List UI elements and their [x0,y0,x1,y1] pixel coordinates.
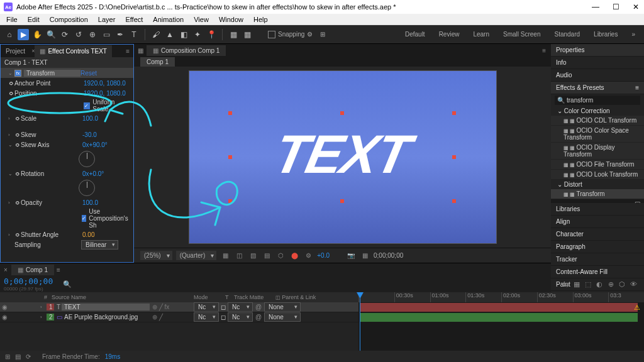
flowchart-crumb[interactable]: Comp 1 [140,57,175,67]
exposure-value[interactable]: +0.0 [317,252,330,259]
matte-dd[interactable]: Nc [228,302,253,312]
comp-menu-icon[interactable]: ≡ [537,47,551,54]
fx-toggle[interactable]: fx [14,70,21,77]
layer-name[interactable]: AE Purple Background.jpg [62,314,150,321]
workspace-smallscreen[interactable]: Small Screen [498,28,545,40]
tab-project[interactable]: Project [1,45,30,57]
brush-tool[interactable]: 🖌 [150,29,162,40]
skewaxis-dial[interactable] [79,151,95,167]
playhead[interactable] [360,292,360,351]
viewer-time[interactable]: 0;00;00;00 [374,252,403,259]
uniform-checkbox[interactable]: ✓ [84,102,91,109]
ep-item-transform[interactable]: ▦ ▦ Transform [551,189,644,199]
parent-dd[interactable]: None [264,312,301,322]
rotate-tool[interactable]: ↺ [73,29,84,40]
orbit-tool[interactable]: ⟳ [59,29,70,40]
tl-icon[interactable]: ⇆ [561,280,570,288]
handle[interactable] [452,111,456,115]
tl-lock-icon[interactable]: × [4,266,11,273]
handle[interactable] [452,199,456,203]
layer-bar[interactable] [360,313,638,322]
effect-name[interactable]: Transform [24,70,80,77]
handle[interactable] [340,111,344,115]
workspace-learn[interactable]: Learn [468,28,494,40]
menu-file[interactable]: File [3,14,21,25]
ep-cat-distort[interactable]: ⌄ Distort [551,180,644,189]
workspace-more-icon[interactable]: » [626,28,640,40]
pickwhip-icon[interactable]: @ [253,304,264,310]
tl-track-area[interactable]: 00:30s01:00s01:30s02:00s02:30s03:00s03:3… [358,292,644,351]
col-matte[interactable]: Track Matte [231,294,273,300]
panel-properties[interactable]: Properties [551,44,644,57]
ep-item[interactable]: ▦ ▦ OCIO Look Transform [551,170,644,180]
handle[interactable] [340,199,344,203]
panel-libraries[interactable]: Libraries [551,203,644,216]
vf-snapshot-icon[interactable]: 📷 [346,251,356,261]
snapping-extra-icon[interactable]: ⊞ [320,31,325,38]
val-skew[interactable]: -30.0 [82,131,97,138]
visibility-icon[interactable]: ◉ [0,304,9,310]
vf-show-icon[interactable]: ▦ [360,251,370,261]
tl-icon[interactable]: ⊕ [606,280,615,288]
layer-name[interactable]: TEXT [62,304,150,310]
vf-trans-icon[interactable]: ▤ [262,251,272,261]
ep-item[interactable]: ▦ ▦ OCIO Color Space Transform [551,126,644,143]
pen-tool[interactable]: ✒ [114,29,126,40]
reset-link[interactable]: Reset [80,70,97,77]
vf-mask-icon[interactable]: ◫ [234,251,244,261]
anchor-tool[interactable]: ⊕ [87,29,98,40]
vf-grid-icon[interactable]: ▦ [220,251,230,261]
menu-composition[interactable]: Composition [46,14,92,25]
panel-character[interactable]: Character [551,228,644,241]
tl-icon[interactable]: ◐ [595,280,604,288]
tab-composition[interactable]: ▦Composition Comp 1 [147,45,226,56]
vf-channel-icon[interactable]: ▧ [248,251,258,261]
parent-dd[interactable]: None [264,302,301,312]
tl-layer-row[interactable]: ◉ › 2 ▭ AE Purple Background.jpg ⊕ ╱ Nc … [0,312,358,322]
type-tool[interactable]: T [128,29,140,40]
mode-dd[interactable]: Nc [194,302,219,312]
menu-edit[interactable]: Edit [24,14,43,25]
menu-layer[interactable]: Layer [94,14,119,25]
handle[interactable] [228,155,232,159]
zoom-dropdown[interactable]: (25%) [140,251,172,260]
zoom-tool[interactable]: 🔍 [45,29,57,40]
handle[interactable] [228,199,232,203]
val-opacity[interactable]: 100.0 [82,199,98,206]
menu-view[interactable]: View [190,14,213,25]
roto-tool[interactable]: ✦ [192,29,203,40]
tl-icon[interactable]: ⬡ [618,280,626,288]
hand-tool[interactable]: ✋ [31,29,43,40]
home-tool[interactable]: ⌂ [4,29,15,40]
puppet-tool[interactable]: 📍 [206,29,217,40]
menu-animation[interactable]: Animation [149,14,187,25]
tl-icon[interactable]: ⬚ [584,280,592,288]
workspace-review[interactable]: Review [434,28,465,40]
vf-color-icon[interactable]: ⬤ [289,251,299,261]
res-dropdown[interactable]: (Quarter) [176,251,217,260]
panel-menu-icon[interactable]: ≡ [122,48,133,55]
val-shutter[interactable]: 0.00 [82,231,94,238]
snapping-checkbox[interactable] [268,31,275,38]
val-skewaxis[interactable]: 0x+90.0° [82,141,108,148]
ep-cat-cc[interactable]: ⌄ Color Correction [551,106,644,116]
menu-effect[interactable]: Effect [121,14,147,25]
workspace-libraries[interactable]: Libraries [589,28,623,40]
tl-foot-icon[interactable]: ⟳ [26,353,31,360]
ep-item[interactable]: ▦ ▦ OCIO File Transform [551,160,644,170]
ep-search[interactable]: 🔍× [555,96,640,105]
ep-item[interactable]: ▦ ▦ OCIO CDL Transform [551,116,644,126]
tl-icon[interactable]: 👁 [629,280,638,288]
vf-gear-icon[interactable]: ⚙ [303,251,313,261]
handle[interactable] [452,155,456,159]
val-rotation[interactable]: 0x+0.0° [82,170,104,177]
sampling-dropdown[interactable]: Bilinear [81,240,118,250]
tl-menu-icon[interactable]: ≡ [57,266,60,273]
close-button[interactable]: ✕ [631,3,640,11]
panel-align[interactable]: Align [551,216,644,228]
composition-viewer[interactable]: TEXT [189,70,497,244]
ep-item[interactable]: ▦ ▦ OCIO Display Transform [551,143,644,160]
rotation-dial[interactable] [79,180,95,196]
snapping-opts-icon[interactable]: ⚙ [307,31,313,38]
visibility-icon[interactable]: ◉ [0,314,9,321]
